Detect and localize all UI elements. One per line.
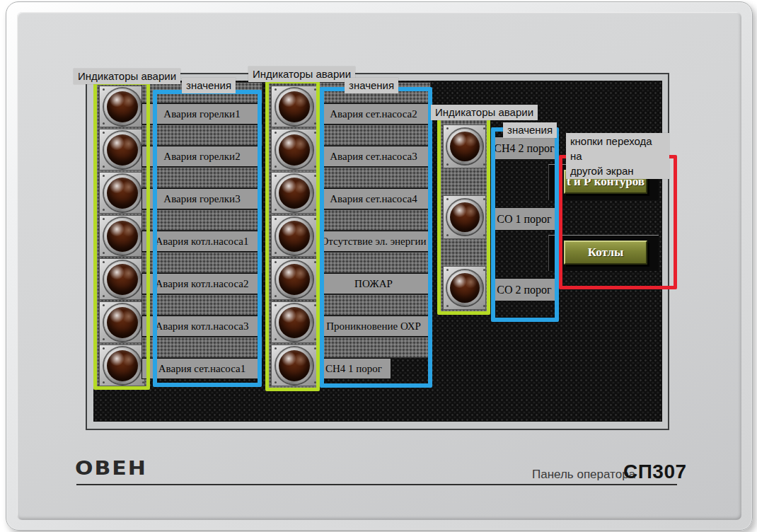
annotation-indicators-2: Индикаторы аварии: [248, 66, 355, 82]
alarm-indicator-lamp: [99, 172, 145, 214]
led-dome-icon: [279, 264, 310, 295]
annotation-values-2: значения: [345, 78, 398, 93]
value-column-2: Авария сет.насоса2Авария сет.насоса3Авар…: [316, 82, 431, 379]
alarm-value-label: Авария горелки2: [141, 146, 262, 167]
screenshot-stage: Авария горелки1Авария горелки2Авария гор…: [0, 0, 757, 532]
led-ring-icon: [276, 132, 313, 168]
indicator-column-1: [96, 82, 148, 389]
led-dome-icon: [107, 178, 138, 209]
alarm-indicator-lamp: [443, 266, 486, 310]
value-column-3: СН4 2 порогСО 1 порогСО 2 порог: [492, 137, 557, 301]
alarm-indicator-lamp: [271, 129, 317, 170]
annotation-indicators-3: Индикаторы аварии: [431, 105, 538, 120]
alarm-value-label: СО 2 порог: [492, 278, 557, 301]
alarm-indicator-lamp: [271, 215, 317, 257]
led-dome-icon: [279, 91, 310, 122]
alarm-value-label: Авария сет.насоса2: [316, 103, 431, 125]
empty-row: [316, 252, 431, 273]
led-dome-icon: [107, 91, 138, 122]
empty-row: [141, 252, 262, 273]
alarm-value-label: Авария сет.насоса1: [141, 358, 262, 379]
led-dome-icon: [107, 307, 138, 338]
alarm-value-label: Авария котл.насоса1: [141, 231, 262, 252]
led-dome-icon: [450, 202, 480, 232]
empty-row: [141, 294, 262, 316]
led-dome-icon: [107, 264, 138, 295]
footer-rule: [76, 484, 677, 485]
led-ring-icon: [276, 347, 313, 384]
alarm-value-label: СО 1 порог: [492, 207, 557, 231]
led-ring-icon: [276, 88, 313, 125]
alarm-value-label: СН4 1 порог: [316, 358, 391, 379]
led-dome-icon: [450, 132, 480, 161]
empty-row: [316, 125, 431, 146]
alarm-indicator-lamp: [271, 172, 317, 214]
empty-row: [141, 337, 262, 358]
alarm-indicator-lamp: [271, 345, 317, 386]
led-ring-icon: [104, 218, 141, 255]
alarm-indicator-lamp: [99, 129, 145, 170]
indicator-column-2: [268, 82, 320, 389]
led-ring-icon: [447, 200, 482, 235]
alarm-indicator-lamp: [271, 301, 317, 343]
brand-logo: ОВЕН: [75, 459, 147, 478]
empty-row: [141, 125, 262, 146]
empty-row: [316, 209, 431, 231]
alarm-value-label: Авария котл.насоса2: [141, 273, 262, 294]
annotation-values-3: значения: [503, 122, 557, 138]
annotation-values-1: значения: [182, 78, 236, 93]
led-dome-icon: [107, 221, 138, 252]
led-ring-icon: [104, 304, 141, 341]
empty-row: [141, 167, 262, 188]
alarm-indicator-lamp: [443, 125, 486, 168]
alarm-value-label: Проникновение ОХР: [316, 316, 431, 337]
led-ring-icon: [276, 218, 313, 255]
alarm-indicator-lamp: [99, 345, 145, 386]
alarm-indicator-lamp: [271, 86, 317, 127]
led-ring-icon: [104, 261, 141, 298]
empty-row: [141, 209, 262, 231]
empty-row: [316, 167, 431, 188]
panel-model: СП307: [623, 461, 687, 483]
led-ring-icon: [276, 261, 313, 298]
led-ring-icon: [276, 304, 313, 341]
empty-row: [316, 294, 431, 316]
led-ring-icon: [104, 132, 141, 168]
annotation-nav-buttons-line2: другой экран: [570, 163, 665, 178]
alarm-value-label: Авария горелки3: [141, 188, 262, 209]
led-dome-icon: [279, 307, 310, 338]
led-ring-icon: [447, 129, 482, 164]
alarm-value-label: ПОЖАР: [316, 273, 431, 294]
annotation-nav-buttons-line1: кнопки перехода на: [570, 134, 665, 163]
panel-caption: Панель оператора: [532, 468, 635, 482]
alarm-value-label: Отсутствие эл. энергии: [316, 231, 431, 252]
led-dome-icon: [450, 273, 480, 303]
led-ring-icon: [447, 270, 482, 306]
led-ring-icon: [276, 175, 313, 212]
led-dome-icon: [107, 350, 138, 381]
led-ring-icon: [104, 88, 141, 125]
nav-button-boilers[interactable]: Котлы: [564, 241, 647, 265]
empty-row: [316, 337, 431, 358]
alarm-indicator-lamp: [443, 195, 486, 239]
alarm-value-label: Авария сет.насоса4: [316, 188, 431, 209]
value-column-1: Авария горелки1Авария горелки2Авария гор…: [141, 82, 262, 379]
alarm-indicator-lamp: [99, 258, 145, 300]
alarm-value-label: Авария горелки1: [141, 103, 262, 125]
led-ring-icon: [104, 347, 141, 384]
alarm-indicator-lamp: [271, 258, 317, 300]
alarm-indicator-lamp: [99, 215, 145, 257]
alarm-value-label: СН4 2 порог: [492, 137, 557, 160]
annotation-indicators-1: Индикаторы аварии: [74, 69, 180, 84]
led-dome-icon: [279, 221, 310, 252]
led-dome-icon: [279, 350, 310, 381]
indicator-column-3: [440, 120, 489, 313]
alarm-value-label: Авария котл.насоса3: [141, 316, 262, 337]
led-ring-icon: [104, 175, 141, 212]
annotation-nav-buttons: кнопки перехода на другой экран: [566, 133, 669, 179]
alarm-indicator-lamp: [99, 301, 145, 343]
led-dome-icon: [279, 178, 310, 209]
alarm-value-label: Авария сет.насоса3: [316, 146, 431, 167]
led-dome-icon: [107, 134, 138, 166]
alarm-indicator-lamp: [99, 86, 145, 127]
